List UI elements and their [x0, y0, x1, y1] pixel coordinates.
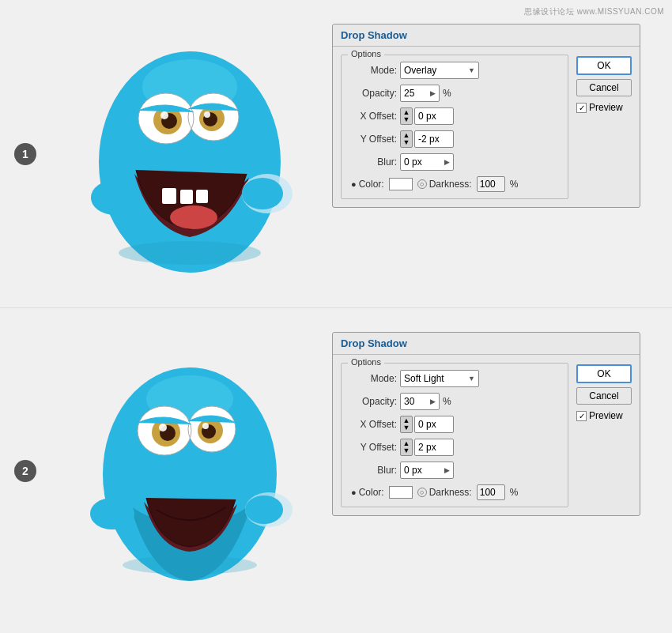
y-offset-label-1: Y Offset: — [351, 134, 397, 145]
x-offset-val-2[interactable]: 0 px — [414, 416, 454, 433]
character-area-1 — [47, 16, 332, 284]
y-offset-label-2: Y Offset: — [351, 442, 397, 453]
x-offset-row-1: X Offset: ▲▼ 0 px — [351, 107, 558, 125]
opacity-unit-1: % — [443, 88, 451, 99]
mode-row-1: Mode: Overlay ▼ — [351, 62, 558, 79]
step-number-1: 1 — [14, 143, 36, 165]
svg-point-19 — [119, 241, 261, 265]
svg-point-24 — [245, 495, 283, 524]
dialog-1: Drop Shadow Options Mode: Overlay ▼ Opac… — [332, 24, 640, 208]
color-radio-1[interactable]: ● Color: — [351, 179, 384, 190]
x-offset-val-1[interactable]: 0 px — [414, 107, 454, 125]
opacity-unit-2: % — [443, 396, 451, 407]
blur-val-1[interactable]: 0 px ▶ — [400, 153, 454, 171]
opacity-row-2: Opacity: 30 ▶ % — [351, 393, 558, 410]
preview-checkbox-2[interactable]: ✓ — [576, 411, 587, 421]
x-offset-label-2: X Offset: — [351, 419, 397, 430]
character-area-2 — [47, 324, 332, 593]
mode-select-2[interactable]: Soft Light ▼ — [400, 370, 479, 387]
y-offset-stepper-btn-2[interactable]: ▲▼ — [400, 439, 413, 456]
dialog-title-2: Drop Shadow — [333, 333, 640, 355]
dialog-2: Drop Shadow Options Mode: Soft Light ▼ O… — [332, 332, 640, 516]
mode-select-1[interactable]: Overlay ▼ — [400, 62, 479, 79]
options-legend-2: Options — [348, 357, 384, 367]
mode-row-2: Mode: Soft Light ▼ — [351, 370, 558, 387]
dialog-body-2: Options Mode: Soft Light ▼ Opacity: 30 ▶ — [333, 355, 640, 515]
ok-button-2[interactable]: OK — [576, 364, 632, 383]
preview-check-1[interactable]: ✓ Preview — [576, 102, 632, 113]
step-number-2: 2 — [14, 460, 36, 482]
svg-point-33 — [159, 424, 167, 431]
preview-checkbox-1[interactable]: ✓ — [576, 103, 587, 113]
svg-rect-15 — [162, 188, 176, 204]
opacity-input-2[interactable]: 30 ▶ — [400, 393, 440, 410]
opacity-label-2: Opacity: — [351, 396, 397, 407]
blur-arrow: ▶ — [444, 158, 450, 166]
color-row-2: ● Color: ○ Darkness: 100 % — [351, 484, 558, 500]
darkness-radio-2[interactable]: ○ Darkness: — [417, 487, 472, 498]
y-offset-stepper-1: ▲▼ -2 px — [400, 130, 454, 148]
svg-point-18 — [170, 205, 217, 229]
darkness-unit-1: % — [510, 179, 519, 190]
svg-point-22 — [90, 498, 134, 529]
dialog-options-2: Options Mode: Soft Light ▼ Opacity: 30 ▶ — [341, 363, 568, 507]
blur-label-2: Blur: — [351, 465, 397, 476]
x-offset-stepper-btn-2[interactable]: ▲▼ — [400, 416, 413, 433]
opacity-arrow: ▶ — [430, 89, 436, 97]
opacity-arrow-2: ▶ — [430, 398, 436, 405]
svg-point-34 — [202, 423, 209, 429]
character-svg-1 — [71, 24, 308, 277]
y-offset-val-2[interactable]: 2 px — [414, 439, 454, 456]
character-svg-2 — [71, 332, 308, 585]
mode-dropdown-arrow-2: ▼ — [468, 375, 475, 382]
blur-label-1: Blur: — [351, 156, 397, 168]
darkness-val-1[interactable]: 100 — [477, 176, 505, 192]
darkness-radio-1[interactable]: ○ Darkness: — [417, 179, 472, 190]
ok-button-1[interactable]: OK — [576, 56, 632, 75]
svg-rect-16 — [180, 190, 193, 204]
blur-val-2[interactable]: 0 px ▶ — [400, 462, 454, 479]
x-offset-row-2: X Offset: ▲▼ 0 px — [351, 416, 558, 433]
dialog-options-1: Options Mode: Overlay ▼ Opacity: 25 ▶ — [341, 55, 568, 199]
preview-check-2[interactable]: ✓ Preview — [576, 410, 632, 421]
x-offset-label-1: X Offset: — [351, 111, 397, 122]
y-offset-stepper-btn[interactable]: ▲▼ — [400, 130, 413, 148]
mode-dropdown-arrow: ▼ — [468, 66, 475, 74]
y-offset-stepper-2: ▲▼ 2 px — [400, 439, 454, 456]
color-swatch-1[interactable] — [389, 178, 413, 190]
darkness-val-2[interactable]: 100 — [477, 484, 505, 500]
color-swatch-2[interactable] — [389, 486, 413, 499]
blur-row-2: Blur: 0 px ▶ — [351, 462, 558, 479]
svg-point-13 — [160, 111, 168, 119]
svg-point-4 — [242, 178, 283, 209]
mode-label-1: Mode: — [351, 65, 397, 76]
color-radio-2[interactable]: ● Color: — [351, 487, 384, 498]
y-offset-row-2: Y Offset: ▲▼ 2 px — [351, 439, 558, 456]
svg-point-2 — [91, 180, 138, 215]
dialog-title-1: Drop Shadow — [333, 24, 640, 47]
dialog-buttons-2: OK Cancel ✓ Preview — [576, 363, 632, 507]
y-offset-row-1: Y Offset: ▲▼ -2 px — [351, 130, 558, 148]
svg-rect-17 — [196, 190, 208, 203]
opacity-label-1: Opacity: — [351, 88, 397, 99]
y-offset-val-1[interactable]: -2 px — [414, 130, 454, 148]
panel-2: 2 — [0, 308, 672, 633]
dialog-body-1: Options Mode: Overlay ▼ Opacity: 25 ▶ — [333, 47, 640, 207]
opacity-row-1: Opacity: 25 ▶ % — [351, 85, 558, 102]
x-offset-stepper-1: ▲▼ 0 px — [400, 107, 454, 125]
dialog-buttons-1: OK Cancel ✓ Preview — [576, 55, 632, 199]
opacity-input-1[interactable]: 25 ▶ — [400, 85, 440, 102]
darkness-unit-2: % — [510, 487, 519, 498]
blur-row-1: Blur: 0 px ▶ — [351, 153, 558, 171]
color-row-1: ● Color: ○ Darkness: 100 % — [351, 176, 558, 192]
svg-point-35 — [123, 556, 257, 575]
svg-point-14 — [204, 111, 210, 118]
x-offset-stepper-2: ▲▼ 0 px — [400, 416, 454, 433]
cancel-button-1[interactable]: Cancel — [576, 79, 632, 96]
panel-1: 1 — [0, 0, 672, 308]
blur-arrow-2: ▶ — [444, 466, 450, 474]
mode-label-2: Mode: — [351, 373, 397, 384]
options-legend-1: Options — [348, 49, 384, 58]
cancel-button-2[interactable]: Cancel — [576, 387, 632, 405]
x-offset-stepper-btn[interactable]: ▲▼ — [400, 107, 413, 125]
